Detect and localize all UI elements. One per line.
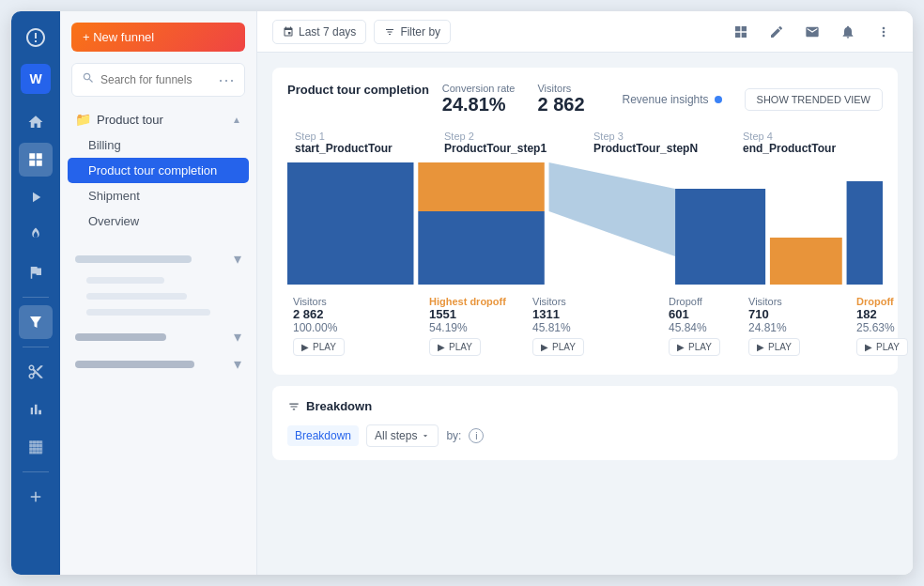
search-container[interactable]: ⋯ <box>71 63 245 97</box>
more-dots-icon[interactable]: ⋯ <box>218 69 235 90</box>
show-trended-button[interactable]: SHOW TRENDED VIEW <box>745 88 883 111</box>
nav-cut-icon[interactable] <box>19 355 53 389</box>
conversion-rate-label: Conversion rate <box>442 83 516 94</box>
folder-product-tour[interactable]: 📁 Product tour ▲ <box>68 106 249 132</box>
breakdown-card: Breakdown Breakdown All steps by: i <box>272 386 898 460</box>
stat-value-visitors-2: 1311 <box>532 307 657 321</box>
main-content: Product tour completion Conversion rate … <box>257 53 913 575</box>
play-button-1[interactable]: ▶ PLAY <box>293 338 345 356</box>
stat-pct-visitors-2: 45.81% <box>532 321 657 334</box>
folder-section: 📁 Product tour ▲ Billing Product tour co… <box>60 106 256 234</box>
step-header-4: Step 4 end_ProductTour <box>735 127 883 159</box>
nav-grid-icon[interactable] <box>19 143 53 177</box>
revenue-dot <box>715 96 722 103</box>
info-icon[interactable]: i <box>469 428 484 443</box>
workspace-avatar[interactable]: W <box>21 64 51 94</box>
sidebar: + New funnel ⋯ 📁 Product tour ▲ Billing … <box>60 11 257 575</box>
funnel-stats-row: Visitors 2 862 100.00% ▶ PLAY Highest dr… <box>287 292 883 360</box>
stat-pct-visitors-3: 24.81% <box>748 321 845 334</box>
main-toolbar: Last 7 days Filter by <box>257 11 913 53</box>
separator-2 <box>23 347 49 347</box>
grid-view-icon[interactable] <box>727 18 755 46</box>
main-panel: Last 7 days Filter by <box>257 11 913 575</box>
nav-home-icon[interactable] <box>19 105 53 139</box>
search-input[interactable] <box>100 73 212 86</box>
funnel-steps-header: Step 1 start_ProductTour Step 2 ProductT… <box>287 127 883 159</box>
stat-label-dropoff-3: Dropoff <box>856 296 913 307</box>
svg-marker-1 <box>418 162 544 211</box>
stat-value-visitors-3: 710 <box>748 307 845 321</box>
separator-1 <box>23 297 49 298</box>
stat-dropoff-2: Dropoff 601 45.84% ▶ PLAY <box>663 292 743 360</box>
visitors-value: 2 862 <box>537 94 584 116</box>
stat-pct-dropoff-3: 25.63% <box>856 321 913 334</box>
stat-label-visitors-1: Visitors <box>293 296 418 307</box>
step-header-2: Step 2 ProductTour_step1 <box>437 127 584 159</box>
funnel-chart-svg <box>287 162 883 285</box>
step-header-3: Step 3 ProductTour_stepN <box>586 127 733 159</box>
sidebar-nav-bars: ▾ ▾ ▾ <box>60 234 256 575</box>
new-funnel-button[interactable]: + New funnel <box>71 23 245 52</box>
date-filter-button[interactable]: Last 7 days <box>272 20 366 44</box>
folder-icon: 📁 <box>75 112 91 127</box>
play-button-5[interactable]: ▶ PLAY <box>748 338 800 356</box>
visitors-group: Visitors 2 862 <box>537 83 584 116</box>
stat-value-visitors-1: 2 862 <box>293 307 418 321</box>
nav-table-icon[interactable] <box>19 430 53 464</box>
sidebar-item-billing[interactable]: Billing <box>68 132 249 158</box>
nav-play-icon[interactable] <box>19 180 53 214</box>
chevron-down-icon <box>421 431 430 440</box>
step-header-1: Step 1 start_ProductTour <box>287 127 435 159</box>
nav-bar-chart-icon[interactable] <box>19 393 53 426</box>
stat-label-dropoff-2: Dropoff <box>669 296 737 307</box>
filter-by-button[interactable]: Filter by <box>374 20 451 44</box>
nav-plus-icon[interactable] <box>19 480 53 514</box>
stat-pct-visitors-1: 100.00% <box>293 321 418 334</box>
nav-funnel-icon[interactable] <box>19 305 53 339</box>
funnel-header-stats: Conversion rate 24.81% Visitors 2 862 Re… <box>442 83 883 116</box>
svg-rect-2 <box>418 211 544 285</box>
stat-pct-dropoff-2: 45.84% <box>669 321 737 334</box>
nav-flag-icon[interactable] <box>19 255 53 289</box>
visitors-label: Visitors <box>537 83 584 94</box>
stat-visitors-3: Visitors 710 24.81% ▶ PLAY <box>743 292 851 360</box>
toolbar-left: Last 7 days Filter by <box>272 20 451 44</box>
folder-name: Product tour <box>97 113 163 127</box>
conversion-rate-value: 24.81% <box>442 94 516 116</box>
toolbar-right <box>727 18 898 46</box>
svg-rect-0 <box>287 162 413 285</box>
icon-bar: W <box>11 11 60 575</box>
edit-icon[interactable] <box>762 18 791 46</box>
svg-rect-4 <box>675 189 765 285</box>
stat-label-dropoff-1: Highest dropoff <box>429 296 521 307</box>
stat-pct-dropoff-1: 54.19% <box>429 321 521 334</box>
breakdown-tab-breakdown[interactable]: Breakdown <box>287 425 359 446</box>
play-button-4[interactable]: ▶ PLAY <box>669 338 720 356</box>
breakdown-all-steps-select[interactable]: All steps <box>366 424 439 447</box>
mail-icon[interactable] <box>798 18 826 46</box>
stat-dropoff-1: Highest dropoff 1551 54.19% ▶ PLAY <box>424 292 527 360</box>
revenue-insights-label: Revenue insights <box>623 93 709 106</box>
stat-dropoff-3: Dropoff 182 25.63% ▶ PLAY <box>851 292 913 360</box>
svg-rect-5 <box>770 238 842 285</box>
stat-label-visitors-2: Visitors <box>532 296 657 307</box>
sidebar-item-overview[interactable]: Overview <box>68 208 249 234</box>
stat-value-dropoff-1: 1551 <box>429 307 521 321</box>
play-button-3[interactable]: ▶ PLAY <box>532 338 584 356</box>
play-button-2[interactable]: ▶ PLAY <box>429 338 481 356</box>
play-button-6[interactable]: ▶ PLAY <box>856 338 908 356</box>
breakdown-icon <box>287 400 300 413</box>
breakdown-controls: Breakdown All steps by: i <box>287 424 883 447</box>
funnel-title: Product tour completion <box>287 83 429 97</box>
conversion-rate-group: Conversion rate 24.81% <box>442 83 516 116</box>
sidebar-item-shipment[interactable]: Shipment <box>68 183 249 208</box>
stat-value-dropoff-3: 182 <box>856 307 913 321</box>
sidebar-item-product-tour-completion[interactable]: Product tour completion <box>68 158 249 183</box>
notifications-icon[interactable] <box>834 18 862 46</box>
nav-fire-icon[interactable] <box>19 218 53 252</box>
stat-label-visitors-3: Visitors <box>748 296 845 307</box>
stat-visitors-2: Visitors 1311 45.81% ▶ PLAY <box>527 292 663 360</box>
svg-marker-3 <box>549 162 675 256</box>
stat-value-dropoff-2: 601 <box>669 307 737 321</box>
more-options-icon[interactable] <box>870 18 898 46</box>
